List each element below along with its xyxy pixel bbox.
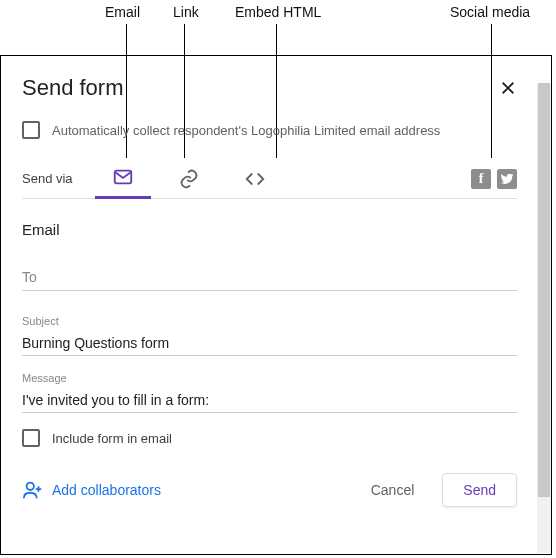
add-collaborators-label: Add collaborators [52,482,161,498]
scrollbar[interactable] [537,83,551,553]
link-icon [178,168,200,190]
send-via-label: Send via [22,171,73,186]
send-button[interactable]: Send [442,473,517,507]
collect-email-checkbox[interactable] [22,121,40,139]
annotation-embed: Embed HTML [235,4,321,20]
to-label: To [22,269,37,285]
tab-link[interactable] [161,159,217,199]
message-label: Message [22,372,517,384]
subject-input[interactable]: Burning Questions form [22,329,517,356]
cancel-button[interactable]: Cancel [351,474,435,506]
include-form-label: Include form in email [52,431,172,446]
send-form-dialog: Send form Automatically collect responde… [0,55,552,555]
subject-label: Subject [22,315,517,327]
add-person-icon [22,479,44,501]
svg-point-1 [27,483,34,490]
tab-embed[interactable] [227,159,283,199]
to-field[interactable]: To [22,262,517,291]
annotation-link: Link [173,4,199,20]
tab-email[interactable] [95,159,151,199]
dialog-title: Send form [22,75,124,101]
add-collaborators-button[interactable]: Add collaborators [22,479,161,501]
include-form-checkbox[interactable] [22,429,40,447]
email-icon [112,166,134,188]
collect-email-label: Automatically collect respondent's Logop… [52,123,440,138]
facebook-icon[interactable]: f [471,169,491,189]
close-icon[interactable] [499,79,517,97]
scrollbar-thumb[interactable] [538,83,550,497]
message-input[interactable]: I've invited you to fill in a form: [22,386,517,413]
annotation-email: Email [105,4,140,20]
send-via-tabs: Send via f [22,159,517,199]
annotation-row: Email Link Embed HTML Social media [0,0,556,55]
annotation-social: Social media [450,4,530,20]
twitter-icon[interactable] [497,169,517,189]
email-section-title: Email [22,221,517,238]
embed-icon [244,168,266,190]
